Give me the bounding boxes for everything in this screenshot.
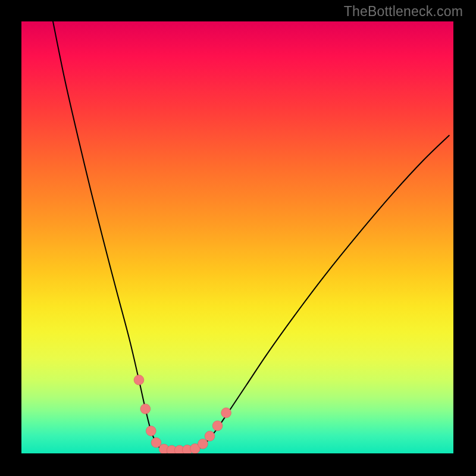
marker-point [212, 421, 223, 431]
curve-layer [53, 21, 449, 451]
marker-point [221, 408, 231, 418]
chart-plot-area [21, 21, 453, 453]
marker-point [140, 404, 151, 414]
marker-layer [134, 375, 231, 453]
curve-left-branch [53, 21, 164, 450]
marker-point [146, 426, 156, 436]
marker-point [198, 439, 208, 449]
chart-svg [21, 21, 453, 453]
watermark-text: TheBottleneck.com [344, 4, 463, 20]
chart-frame: TheBottleneck.com [0, 0, 476, 476]
marker-point [134, 375, 144, 385]
marker-point [151, 437, 161, 447]
marker-point [205, 431, 215, 441]
curve-right-branch [194, 136, 449, 450]
